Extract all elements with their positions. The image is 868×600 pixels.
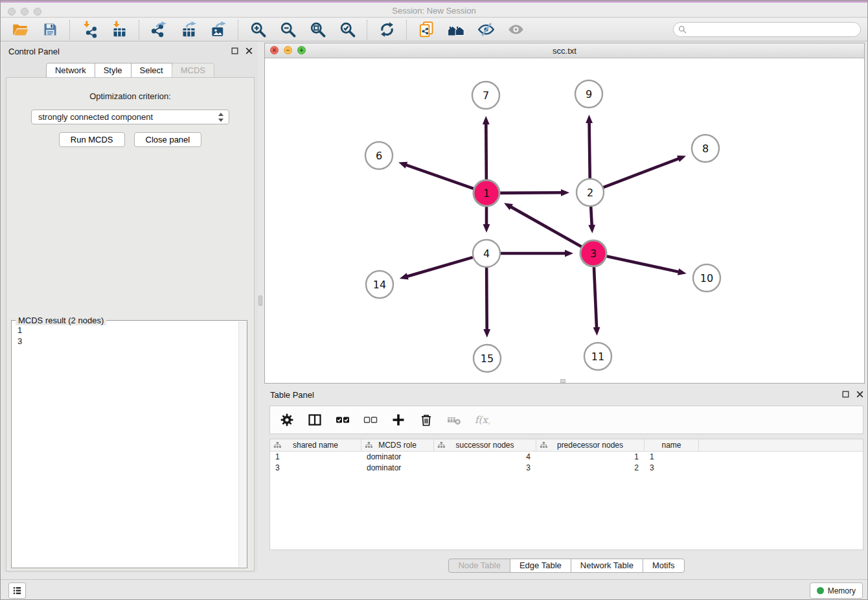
refresh-layout-button[interactable] xyxy=(377,20,396,40)
import-network-button[interactable] xyxy=(80,20,99,40)
network-window-title: scc.txt xyxy=(265,46,864,56)
edge-arrowhead xyxy=(678,268,687,275)
table-cell[interactable]: 1 xyxy=(645,452,699,463)
table-cell[interactable]: 3 xyxy=(270,463,361,474)
table-cell[interactable]: dominator xyxy=(361,463,434,474)
checked-pair-button[interactable] xyxy=(334,411,351,428)
clone-network-button[interactable] xyxy=(417,20,436,40)
task-history-button[interactable] xyxy=(8,583,26,599)
plus-button[interactable] xyxy=(390,411,407,428)
close-table-panel-icon[interactable] xyxy=(855,389,865,399)
edge-4-15[interactable] xyxy=(486,268,487,330)
column-header-predecessor-nodes[interactable]: predecessor nodes xyxy=(536,439,645,451)
export-network-button[interactable] xyxy=(149,20,168,40)
list-icon xyxy=(12,585,23,596)
hide-graphics-details-button[interactable] xyxy=(476,20,496,40)
column-header-successor-nodes[interactable]: successor nodes xyxy=(434,439,536,451)
zoom-selected-button[interactable] xyxy=(337,20,357,40)
table-panel-title: Table Panel xyxy=(270,390,314,400)
search-input[interactable] xyxy=(673,22,861,37)
toggle-view-icon xyxy=(507,21,525,38)
column-label: predecessor nodes xyxy=(557,441,623,450)
svg-text:f(x): f(x) xyxy=(475,414,490,426)
graph-node-label: 11 xyxy=(591,351,604,363)
table-cell[interactable]: 3 xyxy=(434,463,536,474)
edge-arrowhead xyxy=(588,225,595,233)
toolbar-icon-groups xyxy=(1,18,535,41)
mcds-tab-content: Optimization criterion: strongly connect… xyxy=(6,77,255,571)
edge-3-1[interactable] xyxy=(510,207,582,247)
column-header-shared-name[interactable]: shared name xyxy=(270,439,361,451)
edge-3-10[interactable] xyxy=(607,256,680,271)
table-row[interactable]: 3dominator323 xyxy=(270,463,863,474)
run-mcds-button[interactable]: Run MCDS xyxy=(59,132,125,147)
float-panel-icon[interactable] xyxy=(230,46,240,56)
column-view-icon xyxy=(307,412,323,428)
tab-network[interactable]: Network xyxy=(46,63,95,78)
tab-node-table[interactable]: Node Table xyxy=(448,559,510,573)
table-cell[interactable]: 2 xyxy=(536,463,645,474)
save-session-button[interactable] xyxy=(40,20,60,40)
column-label: successor nodes xyxy=(455,441,514,450)
zoom-in-button[interactable] xyxy=(248,20,268,40)
optimization-criterion-dropdown[interactable]: strongly connected component xyxy=(31,110,229,124)
tab-network-table[interactable]: Network Table xyxy=(571,559,643,573)
table-cell[interactable]: 1 xyxy=(270,452,361,463)
result-scrollbar[interactable] xyxy=(238,321,247,567)
zoom-fit-button[interactable] xyxy=(308,20,327,40)
search-icon xyxy=(678,25,687,34)
panel-splitter-handle[interactable] xyxy=(258,295,262,306)
edge-1-7[interactable] xyxy=(486,123,486,179)
table-cell[interactable]: dominator xyxy=(361,452,434,463)
edge-4-14[interactable] xyxy=(406,257,473,277)
edge-arrowhead xyxy=(483,116,490,124)
close-panel-button[interactable]: Close panel xyxy=(134,132,202,147)
tab-mcds[interactable]: MCDS xyxy=(172,63,214,78)
tab-motifs[interactable]: Motifs xyxy=(643,559,685,573)
memory-button[interactable]: Memory xyxy=(810,583,863,599)
column-view-button[interactable] xyxy=(306,411,323,428)
gear-button[interactable] xyxy=(279,411,295,428)
zoom-out-button[interactable] xyxy=(278,20,297,40)
zoom-fit-icon xyxy=(309,21,326,38)
column-header-MCDS-role[interactable]: MCDS role xyxy=(361,439,434,451)
canvas-splitter-handle[interactable] xyxy=(560,379,565,383)
table-panel-header: Table Panel xyxy=(264,386,868,403)
export-table-button[interactable] xyxy=(179,20,198,40)
edge-1-2[interactable] xyxy=(500,192,562,193)
fx-icon: f(x) xyxy=(474,412,490,428)
search-field-wrap xyxy=(673,22,861,37)
column-header-name[interactable]: name xyxy=(645,439,699,451)
edge-2-8[interactable] xyxy=(604,158,680,187)
import-table-button[interactable] xyxy=(109,20,129,40)
table-cell[interactable]: 4 xyxy=(434,452,536,463)
memory-status-icon xyxy=(817,587,824,594)
edge-1-6[interactable] xyxy=(405,165,474,189)
edge-2-3[interactable] xyxy=(591,207,592,226)
edge-2-9[interactable] xyxy=(589,122,590,178)
open-home-button[interactable] xyxy=(446,20,466,40)
network-canvas[interactable]: 7968124314101511 xyxy=(265,58,864,383)
trash-icon xyxy=(418,412,434,428)
mcds-result-group: MCDS result (2 nodes) 13 xyxy=(11,320,247,568)
open-home-icon xyxy=(448,21,465,38)
trash-button[interactable] xyxy=(418,411,435,428)
unchecked-pair-button[interactable] xyxy=(362,411,379,428)
window-title: Session: New Session xyxy=(1,6,867,16)
edge-arrowhead xyxy=(561,189,569,196)
graph-node-label: 2 xyxy=(587,187,593,199)
network-graph[interactable]: 7968124314101511 xyxy=(265,58,864,383)
tab-select[interactable]: Select xyxy=(131,63,172,78)
export-image-button[interactable] xyxy=(209,20,228,40)
tab-style[interactable]: Style xyxy=(95,63,131,78)
tab-edge-table[interactable]: Edge Table xyxy=(510,559,571,573)
table-cell[interactable]: 1 xyxy=(536,452,645,463)
titlebar: Session: New Session xyxy=(1,1,867,17)
close-panel-icon[interactable] xyxy=(244,46,254,56)
table-row[interactable]: 1dominator411 xyxy=(270,452,863,463)
edge-3-11[interactable] xyxy=(594,267,597,329)
float-table-panel-icon[interactable] xyxy=(841,389,851,399)
open-session-button[interactable] xyxy=(10,20,30,40)
memory-label: Memory xyxy=(828,586,856,595)
table-cell[interactable]: 3 xyxy=(645,463,699,474)
